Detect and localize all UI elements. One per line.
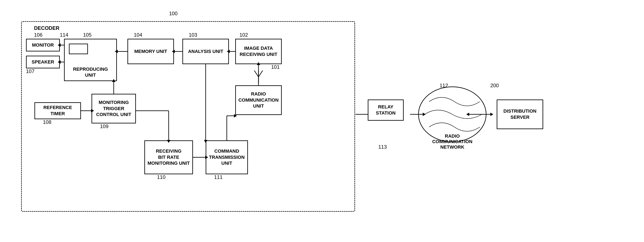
label-101: 101 bbox=[271, 64, 280, 70]
label-106: 106 bbox=[34, 32, 42, 38]
diagram-container: 100 DECODER 106 114 105 104 103 102 MONI… bbox=[8, 9, 634, 233]
memory-unit-block: MEMORY UNIT bbox=[128, 39, 174, 64]
monitor-block: MONITOR bbox=[26, 39, 60, 51]
label-109: 109 bbox=[100, 124, 108, 129]
label-108: 108 bbox=[43, 119, 51, 125]
svg-marker-33 bbox=[423, 113, 426, 116]
svg-marker-36 bbox=[466, 113, 469, 116]
label-111: 111 bbox=[214, 174, 222, 180]
decoder-label: DECODER bbox=[34, 25, 60, 31]
reference-timer-block: REFERENCE TIMER bbox=[34, 102, 81, 119]
svg-line-27 bbox=[254, 70, 258, 77]
label-114: 114 bbox=[60, 32, 68, 38]
outer-box: DECODER 106 114 105 104 103 102 MONITOR … bbox=[21, 21, 355, 212]
label-105: 105 bbox=[83, 32, 92, 38]
reproducing-unit-block: REPRODUCINGUNIT bbox=[64, 39, 117, 81]
label-112: 112 bbox=[440, 83, 448, 88]
relay-station-block: RELAYSTATION bbox=[368, 99, 404, 121]
speaker-block: SPEAKER bbox=[26, 56, 60, 68]
label-107: 107 bbox=[26, 68, 34, 74]
distribution-server-block: DISTRIBUTIONSERVER bbox=[497, 99, 543, 129]
label-110: 110 bbox=[157, 174, 166, 180]
image-data-receiving-block: IMAGE DATARECEIVING UNIT bbox=[235, 39, 282, 64]
command-transmission-block: COMMANDTRANSMISSIONUNIT bbox=[206, 140, 248, 174]
receiving-bit-rate-block: RECEIVINGBIT RATEMONITORING UNIT bbox=[144, 140, 193, 174]
svg-marker-35 bbox=[490, 113, 493, 116]
analysis-unit-block: ANALYSIS UNIT bbox=[182, 39, 229, 64]
label-100: 100 bbox=[169, 11, 178, 17]
label-200: 200 bbox=[490, 83, 499, 88]
decoder-inner-block bbox=[69, 44, 88, 54]
label-102: 102 bbox=[240, 32, 248, 38]
label-103: 103 bbox=[189, 32, 197, 38]
label-113: 113 bbox=[378, 144, 387, 150]
radio-comm-unit-block: RADIOCOMMUNICATIONUNIT bbox=[235, 85, 282, 115]
monitoring-trigger-block: MONITORINGTRIGGERCONTROL UNIT bbox=[92, 94, 136, 124]
radio-network-label: RADIOCOMMUNICATIONNETWORK bbox=[423, 133, 482, 150]
label-104: 104 bbox=[134, 32, 142, 38]
svg-line-28 bbox=[258, 70, 263, 77]
